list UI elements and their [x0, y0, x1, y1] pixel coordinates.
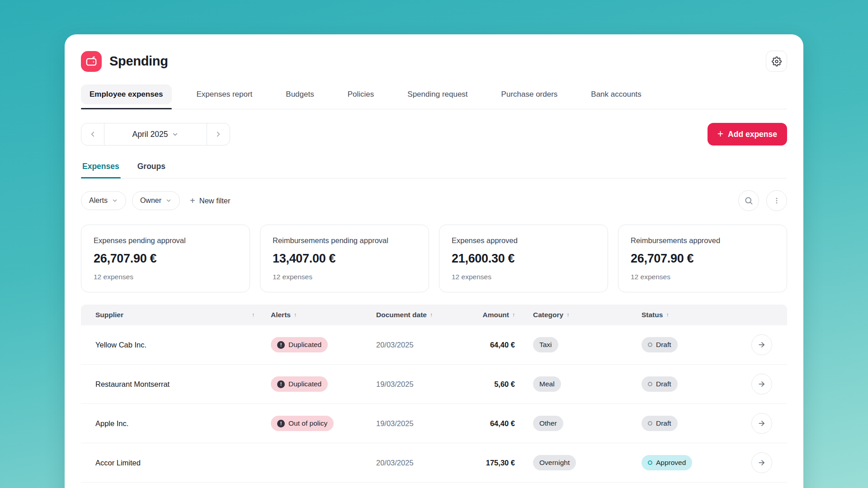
tab-expenses-report[interactable]: Expenses report [188, 84, 261, 104]
period-dropdown[interactable]: April 2025 [104, 123, 207, 145]
status-dot-icon [648, 343, 652, 347]
status-badge: Draft [642, 416, 678, 431]
column-label: Document date [376, 311, 427, 319]
open-expense-button[interactable] [751, 413, 772, 434]
owner-filter-label: Owner [140, 197, 161, 205]
column-header-supplier[interactable]: Supplier ↑ [81, 311, 262, 319]
search-button[interactable] [738, 190, 759, 211]
page-title: Spending [109, 54, 168, 69]
document-date-cell: 20/03/2025 [368, 459, 458, 467]
amount-cell: 175,30 € [458, 459, 515, 467]
period-label: April 2025 [132, 130, 168, 139]
supplier-cell: Restaurant Montserrat [81, 380, 262, 389]
card-expenses-approved: Expenses approved 21,600.30 € 12 expense… [439, 225, 608, 292]
card-title: Reimbursements approved [631, 236, 774, 245]
document-date-cell: 19/03/2025 [368, 419, 458, 428]
column-header-alerts[interactable]: Alerts ↑ [262, 311, 368, 319]
status-cell: Approved [623, 455, 736, 470]
status-label: Draft [656, 341, 671, 349]
tab-groups[interactable]: Groups [137, 162, 166, 178]
card-amount: 26,707.90 € [94, 252, 237, 266]
alert-badge: ! Duplicated [271, 337, 328, 352]
view-tab-bar: Expenses Groups [81, 162, 787, 178]
card-reimbursements-pending-approval: Reimbursements pending approval 13,407.0… [260, 225, 429, 292]
table-row[interactable]: Apple Inc. ! Out of policy 19/03/2025 64… [81, 404, 787, 443]
tab-bank-accounts[interactable]: Bank accounts [582, 84, 650, 104]
open-expense-button[interactable] [751, 452, 772, 473]
supplier-cell: Yellow Cab Inc. [81, 341, 262, 349]
column-label: Category [533, 311, 563, 319]
category-cell: Taxi [515, 337, 623, 352]
card-count: 12 expenses [273, 273, 416, 281]
tab-policies[interactable]: Policies [339, 84, 383, 104]
table-row[interactable]: Sea Call 20/03/2025 5,45 € Overnight App… [81, 483, 787, 488]
category-badge: Overnight [533, 455, 576, 470]
chevron-down-icon [172, 131, 179, 138]
card-amount: 13,407.00 € [273, 252, 416, 266]
card-count: 12 expenses [94, 273, 237, 281]
amount-cell: 64,40 € [458, 419, 515, 428]
toolbar: April 2025 + Add expense [81, 123, 787, 145]
table-row[interactable]: Restaurant Montserrat ! Duplicated 19/03… [81, 365, 787, 404]
card-count: 12 expenses [631, 273, 774, 281]
category-badge: Meal [533, 376, 561, 392]
supplier-cell: Apple Inc. [81, 419, 262, 428]
arrow-right-icon [757, 340, 766, 349]
column-header-document-date[interactable]: Document date ↑ [368, 311, 458, 319]
new-filter-label: New filter [199, 197, 231, 205]
previous-month-button[interactable] [81, 123, 104, 145]
next-month-button[interactable] [207, 123, 230, 145]
column-header-status[interactable]: Status ↑ [623, 311, 736, 319]
add-expense-button[interactable]: + Add expense [708, 123, 787, 145]
open-expense-button[interactable] [751, 334, 772, 355]
status-dot-icon [648, 382, 652, 386]
category-cell: Meal [515, 376, 623, 392]
card-title: Reimbursements pending approval [273, 236, 416, 245]
new-filter-button[interactable]: + New filter [190, 196, 230, 206]
table-row[interactable]: Accor Limited 20/03/2025 175,30 € Overni… [81, 443, 787, 483]
add-expense-label: Add expense [728, 130, 777, 139]
document-date-cell: 19/03/2025 [368, 380, 458, 389]
alert-icon: ! [277, 341, 285, 349]
alerts-filter[interactable]: Alerts [81, 191, 126, 210]
tab-budgets[interactable]: Budgets [277, 84, 322, 104]
alert-cell: ! Out of policy [262, 416, 368, 431]
spending-app-card: Spending Employee expenses Expenses repo… [65, 34, 803, 488]
sort-icon: ↑ [566, 312, 569, 318]
column-label: Alerts [271, 311, 291, 319]
chevron-right-icon [214, 130, 222, 138]
tab-employee-expenses[interactable]: Employee expenses [81, 84, 172, 104]
owner-filter[interactable]: Owner [132, 191, 180, 210]
column-header-category[interactable]: Category ↑ [515, 311, 623, 319]
category-cell: Other [515, 416, 623, 431]
table-row[interactable]: Yellow Cab Inc. ! Duplicated 20/03/2025 … [81, 325, 787, 365]
category-cell: Overnight [515, 455, 623, 470]
expenses-table: Supplier ↑ Alerts ↑ Document date ↑ Amou… [81, 305, 787, 488]
primary-tab-bar: Employee expenses Expenses report Budget… [81, 84, 787, 109]
status-label: Draft [656, 380, 671, 388]
category-badge: Taxi [533, 337, 558, 352]
alert-cell: ! Duplicated [262, 376, 368, 392]
arrow-right-icon [757, 458, 766, 467]
wallet-logo-icon [81, 51, 102, 72]
chevron-down-icon [165, 197, 172, 204]
card-title: Expenses approved [452, 236, 595, 245]
search-icon [744, 196, 753, 205]
filter-actions [738, 190, 787, 211]
status-label: Approved [656, 459, 686, 467]
tab-purchase-orders[interactable]: Purchase orders [493, 84, 566, 104]
column-header-amount[interactable]: Amount ↑ [458, 311, 515, 319]
tab-expenses[interactable]: Expenses [82, 162, 120, 178]
status-dot-icon [648, 421, 652, 426]
period-navigator: April 2025 [81, 123, 230, 145]
column-label: Amount [482, 311, 509, 319]
chevron-left-icon [89, 130, 97, 138]
supplier-cell: Accor Limited [81, 459, 262, 467]
open-expense-button[interactable] [751, 374, 772, 394]
kebab-menu-icon [773, 197, 781, 205]
settings-button[interactable] [766, 51, 787, 72]
sort-icon: ↑ [294, 312, 297, 318]
amount-cell: 64,40 € [458, 341, 515, 349]
tab-spending-request[interactable]: Spending request [399, 84, 476, 104]
more-options-button[interactable] [766, 190, 787, 211]
